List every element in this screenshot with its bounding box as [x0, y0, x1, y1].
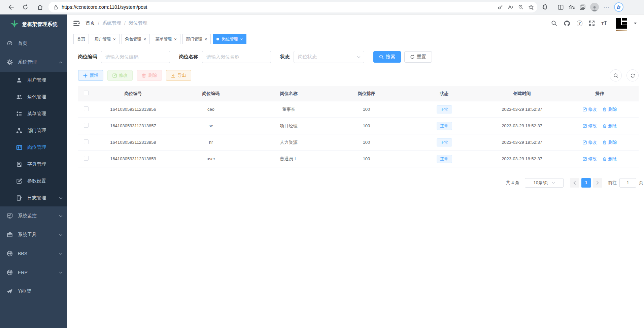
row-edit-link[interactable]: 修改 — [583, 156, 597, 162]
chevron-left-icon — [573, 181, 576, 185]
user-icon — [16, 77, 22, 83]
table-header-row: 岗位编号 岗位编码 岗位名称 岗位排序 状态 创建时间 操作 — [78, 86, 639, 101]
add-button[interactable]: 新增 — [78, 70, 103, 81]
app-logo[interactable]: 意框架管理系统 — [0, 14, 67, 34]
select-all-checkbox[interactable] — [84, 91, 89, 95]
chevron-down-icon — [59, 271, 63, 274]
back-icon — [7, 4, 14, 10]
tab-home[interactable]: 首页 — [73, 34, 89, 44]
url-text[interactable]: https://ccnetcore.com:1101/system/post — [62, 4, 498, 10]
table-row[interactable]: 1641030593112313859 user 普通员工 100 正常 202… — [78, 151, 639, 167]
close-icon[interactable]: × — [174, 37, 177, 41]
address-bar[interactable]: https://ccnetcore.com:1101/system/post — [48, 2, 537, 12]
close-icon[interactable]: × — [144, 37, 146, 41]
row-checkbox[interactable] — [84, 156, 89, 161]
prev-page-button[interactable] — [570, 178, 579, 188]
col-post-name: 岗位名称 — [250, 86, 328, 101]
breadcrumb-home[interactable]: 首页 — [86, 20, 95, 26]
zoom-out-icon[interactable] — [518, 4, 523, 10]
app-title: 意框架管理系统 — [22, 21, 58, 28]
favorites-bar-icon[interactable] — [568, 4, 575, 10]
row-delete-link[interactable]: 删除 — [603, 106, 617, 112]
table-search-toggle[interactable] — [610, 69, 622, 81]
row-checkbox[interactable] — [84, 123, 89, 128]
table-row[interactable]: 1641030593112313857 se 项目经理 100 正常 2023-… — [78, 118, 639, 134]
sidebar-item-tools[interactable]: 系统工具 — [0, 225, 67, 244]
sidebar-item-home[interactable]: 首页 — [0, 34, 67, 53]
sidebar-item-params[interactable]: 参数设置 — [0, 173, 67, 190]
row-edit-link[interactable]: 修改 — [583, 106, 597, 112]
sidebar-item-erp[interactable]: ERP — [0, 263, 67, 282]
sidebar-item-logs[interactable]: 日志管理 — [0, 190, 67, 206]
close-icon[interactable]: × — [113, 37, 116, 41]
sidebar-item-monitor[interactable]: 系统监控 — [0, 206, 67, 225]
row-edit-link[interactable]: 修改 — [583, 123, 597, 129]
profile-avatar[interactable] — [590, 3, 599, 11]
tab-menu-mgmt[interactable]: 菜单管理 × — [152, 34, 180, 44]
export-button[interactable]: 导出 — [166, 70, 191, 81]
trash-icon — [603, 124, 607, 128]
cell-post-sort: 100 — [328, 101, 405, 118]
row-checkbox[interactable] — [84, 139, 89, 144]
more-icon[interactable]: ⋯ — [603, 3, 610, 11]
post-name-input[interactable] — [202, 51, 271, 63]
read-aloud-icon[interactable] — [508, 4, 513, 10]
post-code-input[interactable] — [101, 51, 170, 63]
current-page[interactable]: 1 — [581, 178, 591, 188]
goto-page-input[interactable] — [619, 178, 636, 188]
key-icon[interactable] — [498, 4, 503, 10]
search-icon[interactable] — [551, 20, 557, 26]
row-checkbox[interactable] — [84, 106, 89, 111]
sidebar-item-users[interactable]: 用户管理 — [0, 72, 67, 89]
sidebar-item-bbs[interactable]: BBS — [0, 244, 67, 263]
refresh-button[interactable] — [20, 1, 31, 13]
bing-chat-icon[interactable]: b — [614, 2, 623, 12]
user-avatar-logo[interactable] — [615, 17, 628, 29]
table-row[interactable]: 1641030593112313856 ceo 董事长 100 正常 2023-… — [78, 101, 639, 118]
close-icon[interactable]: × — [205, 37, 207, 41]
status-select[interactable]: 岗位状态 — [294, 51, 364, 63]
sidebar-item-depts[interactable]: 部门管理 — [0, 122, 67, 139]
fullscreen-icon[interactable] — [589, 20, 595, 26]
back-button[interactable] — [5, 1, 16, 13]
cell-post-name: 项目经理 — [250, 118, 328, 134]
delete-button-disabled[interactable]: 删除 — [137, 70, 162, 81]
reset-button[interactable]: 重置 — [404, 51, 432, 63]
tab-post-mgmt[interactable]: 岗位管理 × — [213, 34, 246, 44]
row-delete-link[interactable]: 删除 — [603, 156, 617, 162]
close-icon[interactable]: × — [240, 37, 243, 41]
split-screen-icon[interactable] — [557, 4, 564, 10]
sidebar-item-roles[interactable]: 角色管理 — [0, 89, 67, 105]
search-button[interactable]: 搜索 — [373, 51, 401, 63]
collections-icon[interactable] — [579, 4, 586, 10]
sidebar-item-menus[interactable]: 菜单管理 — [0, 105, 67, 122]
sidebar-item-system[interactable]: 系统管理 — [0, 53, 67, 72]
row-delete-link[interactable]: 删除 — [603, 123, 617, 129]
text-size-icon[interactable]: TT — [601, 20, 607, 26]
page-size-select[interactable]: 10条/页 — [525, 178, 564, 188]
sidebar-item-posts[interactable]: 岗位管理 — [0, 139, 67, 156]
cell-post-id: 1641030593112313856 — [94, 101, 172, 118]
next-page-button[interactable] — [593, 178, 602, 188]
tab-user-mgmt[interactable]: 用户管理 × — [91, 34, 120, 44]
caret-down-icon[interactable] — [634, 23, 637, 26]
sidebar-item-dicts[interactable]: 字典管理 — [0, 156, 67, 173]
github-icon[interactable] — [564, 20, 570, 27]
sidebar-item-label: 部门管理 — [27, 128, 46, 134]
row-delete-link[interactable]: 删除 — [603, 139, 617, 145]
hamburger-icon[interactable] — [73, 20, 80, 27]
home-button[interactable] — [34, 1, 46, 13]
extensions-icon[interactable] — [542, 4, 548, 10]
edit-button-disabled[interactable]: 修改 — [107, 70, 133, 81]
table-refresh-button[interactable] — [626, 69, 639, 81]
tab-role-mgmt[interactable]: 角色管理 × — [122, 34, 150, 44]
tab-dept-mgmt[interactable]: 部门管理 × — [182, 34, 211, 44]
row-edit-link[interactable]: 修改 — [583, 139, 597, 145]
tab-label: 角色管理 — [125, 36, 141, 42]
tab-label: 菜单管理 — [156, 36, 172, 42]
sidebar-item-yi-framework[interactable]: Yi框架 — [0, 282, 67, 301]
help-icon[interactable]: ? — [577, 21, 582, 26]
tags-view: 首页 用户管理 × 角色管理 × 菜单管理 × 部门管理 × 岗位管理 × — [67, 32, 644, 45]
table-row[interactable]: 1641030593112313858 hr 人力资源 100 正常 2023-… — [78, 134, 639, 151]
favorite-add-icon[interactable] — [528, 4, 534, 10]
